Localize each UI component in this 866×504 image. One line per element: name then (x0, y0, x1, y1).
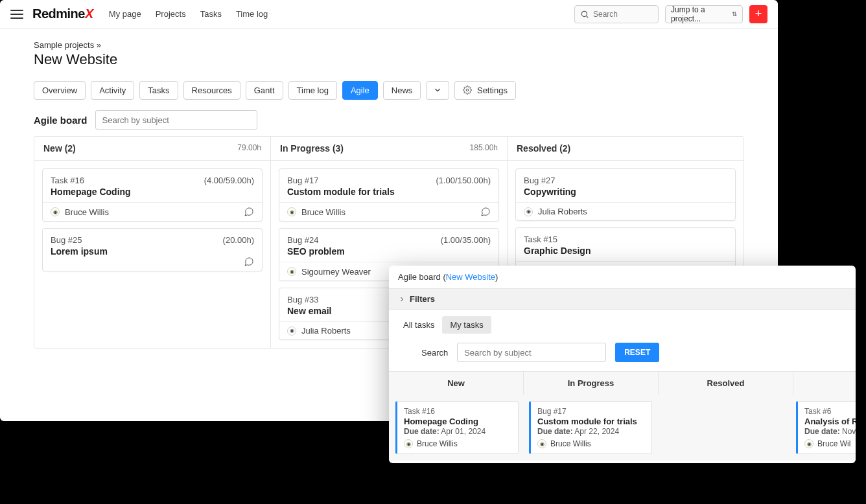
assignee-name: Bruce Willis (301, 207, 345, 217)
overlay-search-row: Search RESET (389, 334, 856, 371)
card-title: SEO problem (287, 246, 491, 257)
card-due: Due date: Apr 22, 2024 (537, 427, 645, 436)
overlay-breadcrumb: Agile board (New Website) (389, 266, 856, 288)
card-assignee: ◉Bruce Willis (537, 439, 645, 448)
comment-icon[interactable] (244, 257, 254, 267)
column-title: Resolved (2) (517, 143, 570, 154)
card-title: Custom module for trials (537, 417, 645, 426)
search-input[interactable] (593, 10, 651, 19)
card-assignee: ◉Bruce Wil (804, 439, 856, 448)
board-card[interactable]: Bug #17(1.00/150.00h) Custom module for … (279, 168, 499, 222)
column-title: In Progress (3) (280, 143, 344, 154)
avatar-icon: ◉ (537, 439, 546, 448)
card-ref: Task #6 (804, 407, 856, 416)
tab-all-tasks[interactable]: All tasks (395, 316, 442, 334)
tab-gantt[interactable]: Gantt (246, 81, 283, 100)
overlay-col-head: New (389, 372, 523, 395)
card-ref: Bug #17 (287, 176, 318, 185)
card-time: (4.00/59.00h) (204, 176, 254, 185)
overlay-card[interactable]: Task #16 Homepage Coding Due date: Apr 0… (395, 401, 519, 454)
overlay-card[interactable]: Bug #17 Custom module for trials Due dat… (529, 401, 652, 454)
chevron-down-icon (433, 86, 442, 95)
card-title: Custom module for trials (287, 187, 491, 197)
tab-time-log[interactable]: Time log (288, 81, 337, 100)
jump-label: Jump to a project... (671, 5, 732, 23)
avatar-icon: ◉ (287, 326, 296, 336)
board-card[interactable]: Bug #27 Copywriting ◉Julia Roberts (515, 168, 736, 221)
board-card[interactable]: Task #16(4.00/59.00h) Homepage Coding ◉B… (42, 168, 263, 222)
add-button[interactable]: + (749, 5, 767, 23)
overlay-search-label: Search (421, 348, 448, 358)
nav-time-log[interactable]: Time log (236, 9, 268, 19)
assignee[interactable]: ◉Sigourney Weaver (287, 267, 371, 277)
logo-text: Redmine (32, 6, 85, 21)
comment-icon[interactable] (244, 207, 254, 217)
logo[interactable]: RedmineX (32, 6, 93, 21)
card-ref: Bug #27 (524, 176, 555, 185)
card-ref: Task #16 (404, 407, 511, 416)
subject-search-input[interactable] (95, 110, 257, 130)
filters-label: Filters (410, 294, 435, 304)
assignee-name: Sigourney Weaver (301, 267, 371, 277)
tab-resources[interactable]: Resources (183, 81, 240, 100)
avatar-icon: ◉ (287, 267, 296, 276)
card-time: (20.00h) (223, 235, 254, 245)
board-card[interactable]: Bug #25(20.00h) Lorem ipsum (42, 228, 263, 271)
nav-my-page[interactable]: My page (109, 9, 141, 19)
breadcrumb[interactable]: Sample projects » (34, 40, 744, 50)
column-cards: Task #16(4.00/59.00h) Homepage Coding ◉B… (34, 161, 270, 279)
hamburger-icon[interactable] (10, 10, 23, 19)
svg-point-2 (467, 89, 469, 91)
overlay-project-link[interactable]: New Website (446, 272, 495, 282)
comment-icon[interactable] (480, 207, 491, 217)
header: RedmineX My page Projects Tasks Time log… (0, 0, 778, 29)
tab-news[interactable]: News (383, 81, 421, 100)
svg-point-0 (581, 11, 587, 16)
assignee[interactable]: ◉Bruce Willis (287, 207, 345, 217)
overlay-card[interactable]: Task #6 Analysis of R Due date: Nov ◉Bru… (796, 401, 856, 454)
filters-bar[interactable]: Filters (389, 288, 856, 310)
agile-board-head: Agile board (0, 100, 778, 136)
nav-tasks[interactable]: Tasks (200, 9, 222, 19)
board-column: New (2)79.00h Task #16(4.00/59.00h) Home… (34, 137, 271, 348)
global-search[interactable] (574, 5, 659, 23)
jump-to-project[interactable]: Jump to a project... ⇅ (665, 5, 743, 23)
gear-icon (463, 86, 472, 95)
card-ref: Bug #24 (287, 235, 318, 245)
card-due: Due date: Nov (804, 427, 856, 436)
overlay-prefix: Agile board ( (398, 272, 446, 282)
reset-button[interactable]: RESET (615, 343, 659, 362)
overlay-col-head: In Progress (524, 372, 658, 395)
nav-projects[interactable]: Projects (156, 9, 186, 19)
page-title: New Website (34, 51, 744, 68)
page-head: Sample projects » New Website (0, 29, 778, 73)
tab-my-tasks[interactable]: My tasks (442, 316, 491, 334)
column-hours: 79.00h (237, 143, 261, 154)
overlay-tabs: All tasks My tasks (389, 310, 856, 334)
overlay-col-head: Resolved (659, 372, 793, 395)
card-ref: Bug #17 (537, 407, 645, 416)
card-time: (1.00/150.00h) (436, 176, 491, 185)
card-ref: Bug #25 (51, 235, 82, 245)
column-title: New (2) (43, 143, 76, 154)
tab-tasks[interactable]: Tasks (139, 81, 178, 100)
tab-agile[interactable]: Agile (342, 81, 378, 100)
logo-x: X (85, 6, 93, 21)
assignee-name: Julia Roberts (301, 326, 351, 336)
assignee[interactable]: ◉Julia Roberts (524, 207, 587, 216)
tab-more[interactable] (426, 81, 449, 100)
card-title: Analysis of R (804, 417, 856, 426)
tab-overview[interactable]: Overview (34, 81, 86, 100)
card-ref: Task #15 (524, 235, 557, 244)
assignee[interactable]: ◉Julia Roberts (287, 326, 351, 336)
card-title: Copywriting (524, 187, 727, 197)
header-right: Jump to a project... ⇅ + (574, 5, 767, 23)
column-hours: 185.00h (470, 143, 498, 154)
tab-settings[interactable]: Settings (454, 81, 516, 100)
tab-activity[interactable]: Activity (91, 81, 134, 100)
svg-line-1 (587, 16, 589, 17)
assignee[interactable]: ◉Bruce Willis (51, 207, 109, 217)
card-title: Lorem ipsum (51, 246, 254, 257)
overlay-search-input[interactable] (457, 343, 606, 362)
card-due: Due date: Apr 01, 2024 (404, 427, 511, 436)
